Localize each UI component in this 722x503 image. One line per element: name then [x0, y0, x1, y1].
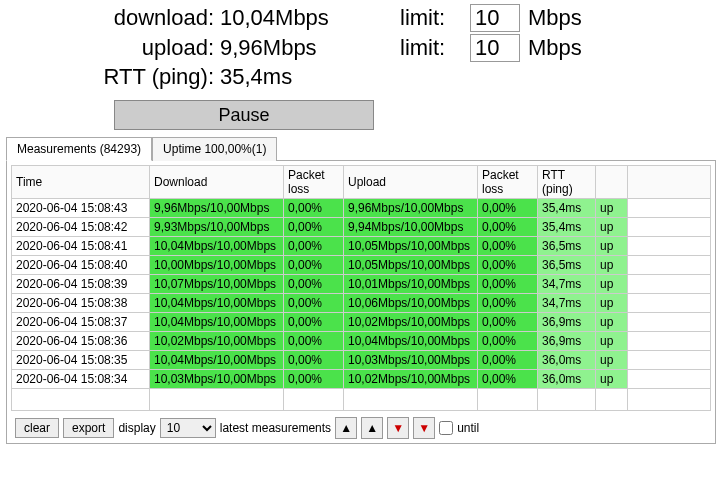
tab-measurements[interactable]: Measurements (84293): [6, 137, 152, 161]
cell-upload: 10,05Mbps/10,00Mbps: [344, 237, 478, 256]
cell-rtt: 35,4ms: [538, 218, 596, 237]
cell-upload: 10,01Mbps/10,00Mbps: [344, 275, 478, 294]
display-label: display: [118, 421, 155, 435]
nav-up-button[interactable]: ▲: [361, 417, 383, 439]
cell-extra: [628, 313, 711, 332]
table-row[interactable]: 2020-06-04 15:08:3610,02Mbps/10,00Mbps0,…: [12, 332, 711, 351]
table-row[interactable]: 2020-06-04 15:08:429,93Mbps/10,00Mbps0,0…: [12, 218, 711, 237]
table-row[interactable]: 2020-06-04 15:08:4010,00Mbps/10,00Mbps0,…: [12, 256, 711, 275]
cell-extra: [628, 332, 711, 351]
latest-measurements-label: latest measurements: [220, 421, 331, 435]
cell-rtt: 36,0ms: [538, 370, 596, 389]
cell-extra: [628, 351, 711, 370]
header-packet-loss[interactable]: Packet loss: [284, 166, 344, 199]
display-count-select[interactable]: 10: [160, 418, 216, 438]
cell-upload: 10,02Mbps/10,00Mbps: [344, 313, 478, 332]
cell-upload: 10,06Mbps/10,00Mbps: [344, 294, 478, 313]
cell-time: 2020-06-04 15:08:37: [12, 313, 150, 332]
table-row[interactable]: 2020-06-04 15:08:4110,04Mbps/10,00Mbps0,…: [12, 237, 711, 256]
header-download[interactable]: Download: [150, 166, 284, 199]
cell-extra: [628, 370, 711, 389]
cell-time: 2020-06-04 15:08:43: [12, 199, 150, 218]
upload-limit-input[interactable]: [470, 34, 520, 62]
export-button[interactable]: export: [63, 418, 114, 438]
cell-rtt: 35,4ms: [538, 199, 596, 218]
cell-upload: 10,04Mbps/10,00Mbps: [344, 332, 478, 351]
cell-download: 10,07Mbps/10,00Mbps: [150, 275, 284, 294]
cell-status: up: [596, 218, 628, 237]
header-packet-loss2[interactable]: Packet loss: [478, 166, 538, 199]
nav-first-button[interactable]: ▲: [335, 417, 357, 439]
cell-packet-loss: 0,00%: [284, 256, 344, 275]
cell-packet-loss: 0,00%: [284, 275, 344, 294]
cell-download: 10,03Mbps/10,00Mbps: [150, 370, 284, 389]
cell-packet-loss: 0,00%: [284, 199, 344, 218]
until-label: until: [457, 421, 479, 435]
triangle-up-solid-icon: ▲: [340, 421, 352, 435]
cell-rtt: 34,7ms: [538, 275, 596, 294]
pause-button[interactable]: Pause: [114, 100, 374, 130]
table-row[interactable]: 2020-06-04 15:08:3510,04Mbps/10,00Mbps0,…: [12, 351, 711, 370]
cell-extra: [628, 256, 711, 275]
download-limit-unit: Mbps: [520, 5, 582, 31]
clear-button[interactable]: clear: [15, 418, 59, 438]
table-row[interactable]: 2020-06-04 15:08:3810,04Mbps/10,00Mbps0,…: [12, 294, 711, 313]
cell-packet-loss: 0,00%: [284, 370, 344, 389]
cell-packet-loss: 0,00%: [284, 313, 344, 332]
cell-download: 10,04Mbps/10,00Mbps: [150, 351, 284, 370]
cell-download: 10,04Mbps/10,00Mbps: [150, 313, 284, 332]
cell-time: 2020-06-04 15:08:39: [12, 275, 150, 294]
nav-last-button[interactable]: ▼: [413, 417, 435, 439]
cell-packet-loss2: 0,00%: [478, 199, 538, 218]
cell-upload: 9,94Mbps/10,00Mbps: [344, 218, 478, 237]
header-status[interactable]: [596, 166, 628, 199]
table-row[interactable]: 2020-06-04 15:08:3910,07Mbps/10,00Mbps0,…: [12, 275, 711, 294]
header-time[interactable]: Time: [12, 166, 150, 199]
cell-status: up: [596, 313, 628, 332]
cell-download: 10,00Mbps/10,00Mbps: [150, 256, 284, 275]
cell-packet-loss2: 0,00%: [478, 218, 538, 237]
tab-uptime[interactable]: Uptime 100,00%(1): [152, 137, 277, 161]
upload-value: 9,96Mbps: [220, 35, 400, 61]
table-row[interactable]: 2020-06-04 15:08:439,96Mbps/10,00Mbps0,0…: [12, 199, 711, 218]
cell-upload: 9,96Mbps/10,00Mbps: [344, 199, 478, 218]
cell-packet-loss: 0,00%: [284, 351, 344, 370]
measurements-table: Time Download Packet loss Upload Packet …: [11, 165, 711, 411]
triangle-down-icon: ▼: [392, 421, 404, 435]
triangle-up-icon: ▲: [366, 421, 378, 435]
cell-time: 2020-06-04 15:08:36: [12, 332, 150, 351]
cell-extra: [628, 199, 711, 218]
table-row[interactable]: 2020-06-04 15:08:3410,03Mbps/10,00Mbps0,…: [12, 370, 711, 389]
nav-down-button[interactable]: ▼: [387, 417, 409, 439]
cell-packet-loss: 0,00%: [284, 237, 344, 256]
cell-download: 10,04Mbps/10,00Mbps: [150, 237, 284, 256]
cell-status: up: [596, 294, 628, 313]
download-limit-input[interactable]: [470, 4, 520, 32]
cell-time: 2020-06-04 15:08:38: [12, 294, 150, 313]
download-value: 10,04Mbps: [220, 5, 400, 31]
cell-download: 9,96Mbps/10,00Mbps: [150, 199, 284, 218]
cell-time: 2020-06-04 15:08:40: [12, 256, 150, 275]
upload-label: upload:: [60, 35, 220, 61]
cell-packet-loss2: 0,00%: [478, 313, 538, 332]
rtt-label: RTT (ping):: [60, 64, 220, 90]
cell-status: up: [596, 237, 628, 256]
rtt-value: 35,4ms: [220, 64, 400, 90]
cell-time: 2020-06-04 15:08:41: [12, 237, 150, 256]
until-checkbox[interactable]: [439, 421, 453, 435]
cell-packet-loss: 0,00%: [284, 332, 344, 351]
cell-packet-loss2: 0,00%: [478, 237, 538, 256]
cell-packet-loss2: 0,00%: [478, 275, 538, 294]
cell-download: 10,04Mbps/10,00Mbps: [150, 294, 284, 313]
cell-rtt: 36,5ms: [538, 237, 596, 256]
cell-extra: [628, 218, 711, 237]
cell-upload: 10,05Mbps/10,00Mbps: [344, 256, 478, 275]
cell-packet-loss2: 0,00%: [478, 351, 538, 370]
table-row[interactable]: 2020-06-04 15:08:3710,04Mbps/10,00Mbps0,…: [12, 313, 711, 332]
cell-time: 2020-06-04 15:08:42: [12, 218, 150, 237]
cell-upload: 10,02Mbps/10,00Mbps: [344, 370, 478, 389]
header-rtt[interactable]: RTT (ping): [538, 166, 596, 199]
header-upload[interactable]: Upload: [344, 166, 478, 199]
header-extra[interactable]: [628, 166, 711, 199]
cell-status: up: [596, 256, 628, 275]
